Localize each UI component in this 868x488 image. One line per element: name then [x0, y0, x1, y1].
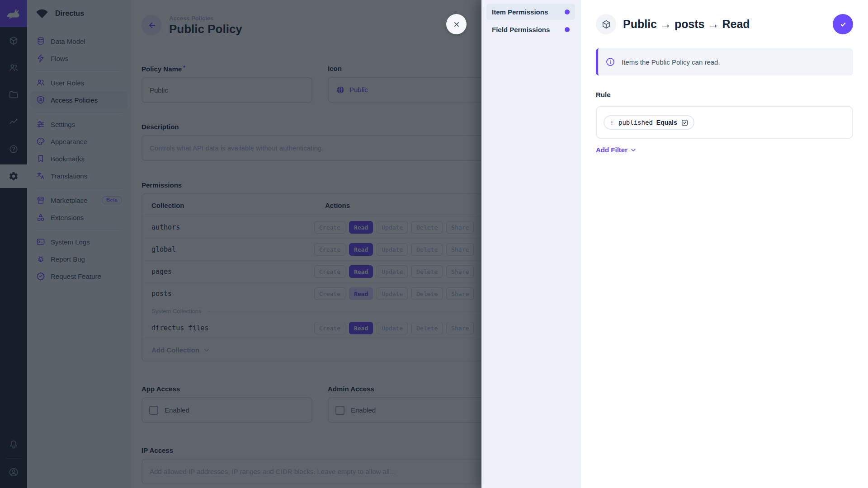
info-banner: Items the Public Policy can read. — [596, 48, 853, 75]
filter-pill[interactable]: published Equals — [604, 115, 694, 130]
tab-label: Item Permissions — [492, 8, 548, 16]
tab-label: Field Permissions — [492, 26, 550, 33]
checked-checkbox-icon[interactable] — [681, 119, 689, 127]
add-filter-label: Add Filter — [596, 146, 627, 154]
check-icon — [838, 19, 848, 29]
chevron-down-icon — [630, 146, 637, 154]
drawer-title: Public → posts → Read — [623, 18, 750, 31]
close-icon — [452, 20, 461, 29]
rule-filter-box: published Equals — [596, 106, 853, 139]
info-icon — [605, 57, 615, 67]
drawer-panel: Public → posts → Read Items the Public P… — [581, 0, 868, 488]
filter-operator[interactable]: Equals — [656, 119, 677, 126]
tab-status-dot — [565, 9, 570, 14]
drawer-tab-list: Item Permissions Field Permissions — [481, 0, 581, 488]
tab-status-dot — [565, 27, 570, 32]
box-icon — [601, 19, 611, 29]
modal-overlay[interactable] — [0, 0, 481, 488]
save-button[interactable] — [833, 14, 853, 34]
filter-field-name[interactable]: published — [618, 119, 653, 126]
drawer-header: Public → posts → Read — [596, 14, 853, 34]
add-filter-button[interactable]: Add Filter — [596, 146, 637, 154]
directus-app: Directus Data Model Flows User Roles Acc… — [0, 0, 868, 488]
rule-label: Rule — [596, 91, 853, 99]
tab-field-permissions[interactable]: Field Permissions — [486, 21, 575, 38]
drawer-header-avatar — [596, 14, 616, 34]
drawer-close-button[interactable] — [446, 14, 467, 34]
permissions-drawer: Item Permissions Field Permissions Publi… — [481, 0, 868, 488]
drag-handle-icon[interactable] — [609, 119, 615, 126]
info-banner-text: Items the Public Policy can read. — [622, 58, 720, 66]
tab-item-permissions[interactable]: Item Permissions — [486, 4, 575, 20]
